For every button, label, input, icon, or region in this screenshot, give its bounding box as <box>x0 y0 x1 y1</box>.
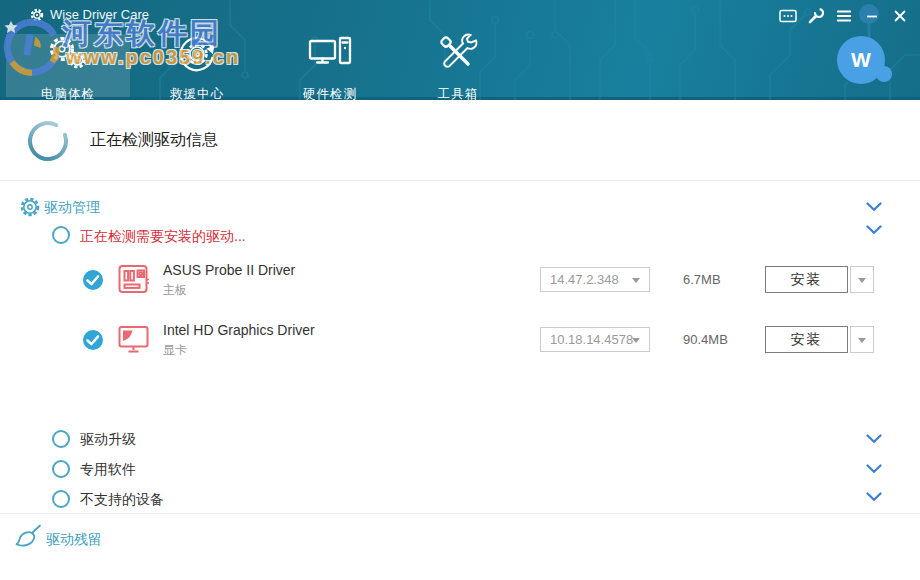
driver-size: 90.4MB <box>683 332 728 347</box>
caret-down-icon <box>858 278 866 283</box>
caret-down-icon <box>632 278 640 283</box>
check-icon <box>83 270 103 290</box>
caret-down-icon <box>632 338 640 343</box>
toolbox-icon <box>434 30 482 78</box>
nav-item-pc-checkup[interactable]: 电脑体检 <box>4 30 132 103</box>
checkbox-checked[interactable] <box>83 330 103 350</box>
install-options-button[interactable] <box>850 266 874 293</box>
app-title: Wise Driver Care <box>50 7 149 22</box>
driver-row-intel: Intel HD Graphics Driver 显卡 10.18.14.457… <box>0 323 920 365</box>
nav-item-rescue-center[interactable]: 救援中心 <box>133 30 261 103</box>
divider <box>0 513 920 514</box>
radio-dedicated-software[interactable] <box>52 460 70 478</box>
menu-icon[interactable] <box>834 6 854 26</box>
motherboard-icon <box>117 263 151 295</box>
driver-name: Intel HD Graphics Driver <box>163 322 315 338</box>
app-logo-gear-icon <box>30 8 44 22</box>
support-wrench-icon[interactable] <box>806 6 826 26</box>
chevron-down-icon[interactable] <box>866 464 882 474</box>
chevron-down-icon[interactable] <box>866 202 882 212</box>
radio-unsupported-devices[interactable] <box>52 490 70 508</box>
section-driver-upgrade[interactable]: 驱动升级 <box>80 431 136 449</box>
pc-checkup-icon <box>44 30 92 78</box>
driver-row-asus: ASUS Probe II Driver 主板 14.47.2.348 6.7M… <box>0 263 920 305</box>
detecting-drivers-label: 正在检测需要安装的驱动... <box>80 228 246 246</box>
rescue-center-icon <box>173 30 221 78</box>
driver-size: 6.7MB <box>683 272 721 287</box>
nav-label: 救援中心 <box>133 86 261 103</box>
avatar-badge-dot <box>876 66 892 82</box>
nav-label: 硬件检测 <box>266 86 394 103</box>
driver-category: 主板 <box>163 282 187 299</box>
caret-down-icon <box>858 338 866 343</box>
nav-label: 工具箱 <box>394 86 522 103</box>
section-driver-management[interactable]: 驱动管理 <box>44 199 100 217</box>
close-icon[interactable] <box>890 6 910 26</box>
install-button[interactable]: 安装 <box>765 266 848 293</box>
gpu-monitor-icon <box>117 323 151 355</box>
wise-driver-care-window: Wise Driver Care <box>0 0 920 580</box>
broom-icon <box>13 523 43 553</box>
minimize-icon[interactable] <box>862 6 882 26</box>
install-button[interactable]: 安装 <box>765 326 848 353</box>
divider <box>0 180 920 181</box>
install-options-button[interactable] <box>850 326 874 353</box>
nav-item-toolbox[interactable]: 工具箱 <box>394 30 522 103</box>
section-unsupported-devices[interactable]: 不支持的设备 <box>80 491 164 509</box>
section-dedicated-software[interactable]: 专用软件 <box>80 461 136 479</box>
chevron-down-icon[interactable] <box>866 492 882 502</box>
nav-label: 电脑体检 <box>4 86 132 103</box>
chevron-down-icon[interactable] <box>866 225 882 235</box>
version-select[interactable]: 14.47.2.348 <box>540 267 650 292</box>
driver-name: ASUS Probe II Driver <box>163 262 295 278</box>
version-select[interactable]: 10.18.14.4578 <box>540 327 650 352</box>
gear-icon <box>19 196 41 218</box>
loading-spinner <box>26 119 70 163</box>
version-value: 14.47.2.348 <box>550 272 619 287</box>
driver-category: 显卡 <box>163 342 187 359</box>
version-value: 10.18.14.4578 <box>550 332 633 347</box>
status-message: 正在检测驱动信息 <box>90 130 218 151</box>
hardware-detect-icon <box>306 30 354 78</box>
radio-driver-upgrade[interactable] <box>52 430 70 448</box>
window-controls <box>778 6 910 26</box>
header: Wise Driver Care <box>0 0 920 100</box>
section-driver-residue[interactable]: 驱动残留 <box>46 531 102 549</box>
avatar-letter: W <box>851 48 871 72</box>
check-icon <box>83 330 103 350</box>
feedback-icon[interactable] <box>778 6 798 26</box>
checkbox-checked[interactable] <box>83 270 103 290</box>
radio-detecting[interactable] <box>52 226 70 244</box>
nav-item-hardware-detect[interactable]: 硬件检测 <box>266 30 394 103</box>
chevron-down-icon[interactable] <box>866 434 882 444</box>
